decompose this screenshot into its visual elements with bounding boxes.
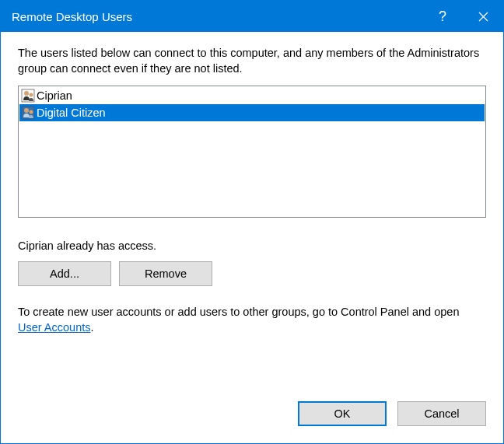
- description-text: The users listed below can connect to th…: [18, 46, 486, 76]
- user-list[interactable]: Ciprian Digital Citizen: [18, 86, 486, 218]
- window-title: Remote Desktop Users: [12, 10, 422, 23]
- ok-button[interactable]: OK: [298, 401, 387, 426]
- list-item-label: Digital Citizen: [37, 107, 106, 119]
- close-icon: [478, 12, 488, 22]
- remove-button[interactable]: Remove: [119, 261, 212, 286]
- user-accounts-link[interactable]: User Accounts: [18, 321, 91, 334]
- list-item[interactable]: Ciprian: [19, 87, 485, 104]
- dialog-footer: OK Cancel: [1, 389, 503, 443]
- list-item[interactable]: Digital Citizen: [19, 104, 485, 121]
- svg-point-7: [30, 110, 33, 114]
- hint-text: To create new user accounts or add users…: [18, 305, 486, 335]
- user-icon: [21, 106, 35, 120]
- cancel-button[interactable]: Cancel: [397, 401, 486, 426]
- help-button[interactable]: ?: [422, 1, 463, 32]
- dialog-content: The users listed below can connect to th…: [1, 32, 503, 349]
- access-note: Ciprian already has access.: [18, 239, 486, 252]
- add-button[interactable]: Add...: [18, 261, 111, 286]
- close-button[interactable]: [463, 1, 503, 32]
- svg-point-3: [24, 91, 29, 96]
- button-row: Add... Remove: [18, 261, 486, 286]
- svg-point-6: [24, 108, 29, 113]
- titlebar: Remote Desktop Users ?: [1, 1, 503, 32]
- user-icon: [21, 89, 35, 103]
- hint-suffix: .: [91, 321, 94, 334]
- svg-point-4: [30, 93, 33, 97]
- hint-prefix: To create new user accounts or add users…: [18, 306, 459, 318]
- list-item-label: Ciprian: [37, 89, 72, 102]
